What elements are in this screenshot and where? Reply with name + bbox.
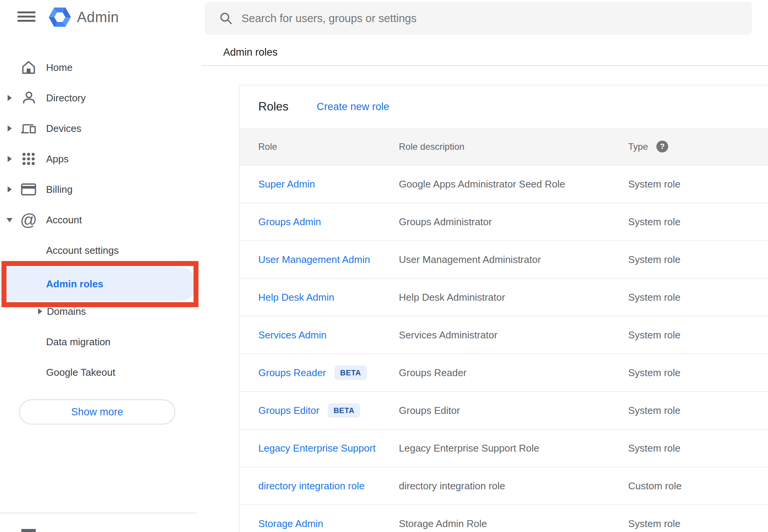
sidebar-item-data-migration[interactable]: Data migration xyxy=(0,327,197,357)
expand-chevron-icon[interactable] xyxy=(38,308,42,314)
table-row: Storage Admin Storage Admin Role System … xyxy=(240,505,768,532)
sidebar-item-home[interactable]: Home xyxy=(0,52,197,83)
header-divider xyxy=(202,65,768,66)
sidebar-item-label: Domains xyxy=(47,306,86,317)
role-type: System role xyxy=(628,254,768,266)
role-description: Legacy Enterprise Support Role xyxy=(399,442,628,454)
person-icon xyxy=(21,90,36,106)
table-row: Groups Editor BETA Groups Editor System … xyxy=(240,392,768,429)
sidebar-item-apps[interactable]: Apps xyxy=(0,144,197,174)
role-type: System role xyxy=(628,329,768,341)
role-description: User Management Administrator xyxy=(399,254,628,266)
apps-grid-icon xyxy=(21,151,36,167)
sidebar-item-billing[interactable]: Billing xyxy=(0,174,197,205)
role-description: Groups Administrator xyxy=(399,216,628,228)
collapse-chevron-icon[interactable] xyxy=(6,218,13,222)
home-icon xyxy=(21,59,36,76)
role-description: Help Desk Administrator xyxy=(399,292,628,303)
sidebar-item-account-settings[interactable]: Account settings xyxy=(0,235,197,266)
table-row: Legacy Enterprise Support Legacy Enterpr… xyxy=(240,429,768,467)
role-link[interactable]: Storage Admin xyxy=(258,518,323,529)
breadcrumb: Admin roles xyxy=(223,46,278,58)
sidebar-item-label: Account settings xyxy=(46,245,119,256)
admin-console-screen: Admin Admin roles Home Directory xyxy=(0,0,768,532)
role-type: System role xyxy=(628,216,768,228)
app-title: Admin xyxy=(77,9,119,26)
table-row: directory integration role directory int… xyxy=(240,467,768,505)
sidebar-item-google-takeout[interactable]: Google Takeout xyxy=(0,357,197,388)
sidebar-item-admin-roles[interactable]: Admin roles xyxy=(0,267,197,301)
role-link[interactable]: directory integration role xyxy=(258,480,365,492)
sidebar-divider xyxy=(0,513,197,513)
column-header-role-description: Role description xyxy=(399,141,628,152)
table-row: Groups Admin Groups Administrator System… xyxy=(240,203,768,241)
sidebar-item-label: Devices xyxy=(46,123,81,135)
column-header-type: Type ? xyxy=(628,141,768,152)
role-type: System role xyxy=(628,518,768,530)
admin-hexagon-icon xyxy=(49,6,71,28)
expand-chevron-icon[interactable] xyxy=(8,125,12,131)
expand-chevron-icon[interactable] xyxy=(8,156,12,162)
sidebar-item-account[interactable]: @ Account xyxy=(0,205,197,235)
beta-badge: BETA xyxy=(328,403,360,418)
role-description: directory integration role xyxy=(399,480,628,492)
table-row: Services Admin Services Administrator Sy… xyxy=(240,316,768,354)
role-link[interactable]: Services Admin xyxy=(258,329,326,341)
show-more-button[interactable]: Show more xyxy=(19,399,175,425)
cutoff-icon xyxy=(21,529,36,532)
table-header-row: Role Role description Type ? xyxy=(240,128,768,165)
role-description: Storage Admin Role xyxy=(399,518,628,530)
table-row: Help Desk Admin Help Desk Administrator … xyxy=(240,279,768,316)
expand-chevron-icon[interactable] xyxy=(8,186,12,192)
sidebar-item-label: Billing xyxy=(46,184,72,195)
credit-card-icon xyxy=(21,181,36,198)
role-type: System role xyxy=(628,292,768,303)
at-icon: @ xyxy=(21,212,36,228)
column-header-role: Role xyxy=(258,141,399,152)
sidebar-item-domains[interactable]: Domains xyxy=(0,296,197,327)
sidebar-item-label: Google Takeout xyxy=(46,367,115,378)
devices-icon xyxy=(21,120,36,137)
role-type: System role xyxy=(628,178,768,190)
table-row: Super Admin Google Apps Administrator Se… xyxy=(240,165,768,203)
roles-card: Roles Create new role Role Role descript… xyxy=(239,85,768,532)
role-description: Services Administrator xyxy=(399,329,628,341)
beta-badge: BETA xyxy=(334,365,367,380)
card-title: Roles xyxy=(258,100,288,114)
google-admin-logo: Admin xyxy=(49,6,119,28)
sidebar-item-label: Admin roles xyxy=(46,278,103,290)
expand-chevron-icon[interactable] xyxy=(8,95,12,101)
role-description: Groups Editor xyxy=(399,405,628,417)
sidebar-item-label: Account xyxy=(46,214,82,226)
create-new-role-link[interactable]: Create new role xyxy=(317,101,389,113)
sidebar-item-directory[interactable]: Directory xyxy=(0,83,197,113)
search-input[interactable] xyxy=(241,12,699,25)
role-description: Google Apps Administrator Seed Role xyxy=(399,178,628,190)
role-link[interactable]: Groups Editor xyxy=(258,405,319,417)
table-row: User Management Admin User Management Ad… xyxy=(240,241,768,279)
role-link[interactable]: Groups Admin xyxy=(258,216,321,228)
role-type: System role xyxy=(628,442,768,454)
hamburger-menu-icon[interactable] xyxy=(18,11,35,22)
role-type: System role xyxy=(628,367,768,379)
search-icon xyxy=(219,12,232,25)
sidebar-item-label: Directory xyxy=(46,92,86,104)
role-link[interactable]: Help Desk Admin xyxy=(258,292,334,303)
role-link[interactable]: User Management Admin xyxy=(258,254,370,265)
role-link[interactable]: Legacy Enterprise Support xyxy=(258,442,376,454)
sidebar-item-label: Apps xyxy=(46,153,69,165)
sidebar-item-label: Data migration xyxy=(46,336,110,348)
search-bar[interactable] xyxy=(205,2,752,35)
role-link[interactable]: Super Admin xyxy=(258,178,315,190)
role-type: System role xyxy=(628,405,768,417)
role-description: Groups Reader xyxy=(399,367,628,379)
sidebar-item-label: Home xyxy=(46,62,72,74)
table-row: Groups Reader BETA Groups Reader System … xyxy=(240,354,768,392)
role-type: Custom role xyxy=(628,480,768,492)
role-link[interactable]: Groups Reader xyxy=(258,367,326,379)
help-icon[interactable]: ? xyxy=(656,141,668,152)
sidebar-item-devices[interactable]: Devices xyxy=(0,113,197,144)
card-header: Roles Create new role xyxy=(240,85,768,128)
